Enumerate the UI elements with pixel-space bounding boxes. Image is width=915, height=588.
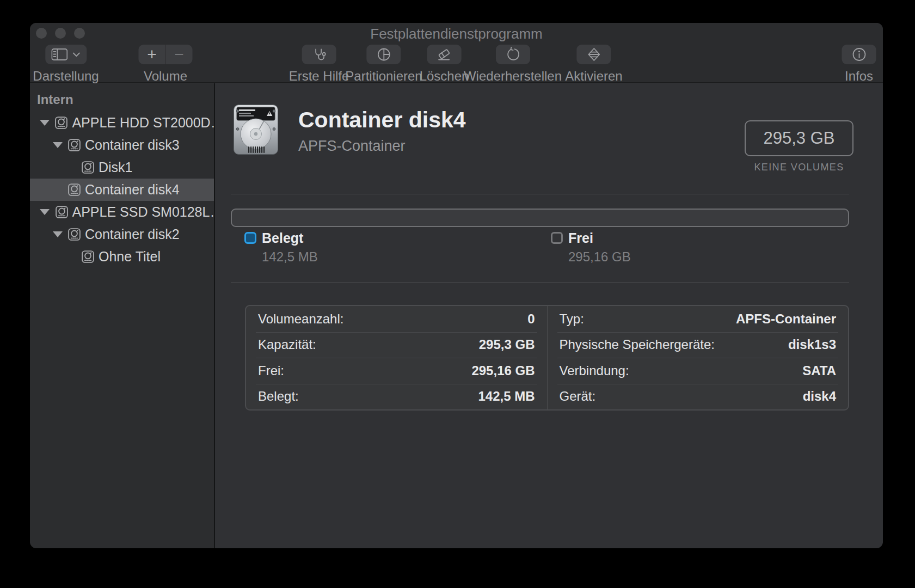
volume-subtitle: APFS-Container	[298, 138, 406, 155]
window-title: Festplattendienstprogramm	[30, 26, 883, 42]
restore-button[interactable]	[496, 45, 530, 64]
sidebar-item-label: Container disk2	[85, 226, 180, 242]
sidebar-item-label: APPLE SSD SM0128L…	[72, 204, 214, 220]
first-aid-label: Erste Hilfe	[289, 69, 349, 84]
disclosure-triangle-icon[interactable]	[52, 142, 64, 148]
sidebar-item-apple-ssd[interactable]: APPLE SSD SM0128L…	[30, 201, 214, 223]
partition-button[interactable]	[366, 45, 401, 64]
disclosure-triangle-icon[interactable]	[39, 120, 51, 126]
mount-button[interactable]	[577, 45, 611, 64]
legend-used-value: 142,5 MB	[262, 249, 318, 265]
row-value: 142,5 MB	[478, 389, 535, 404]
row-label: Verbindung:	[560, 363, 629, 378]
stethoscope-icon	[311, 47, 327, 62]
sidebar-item-label: Ohne Titel	[99, 249, 161, 265]
usage-bar	[231, 209, 849, 227]
disk-icon	[54, 115, 69, 130]
restore-arrow-icon	[505, 47, 520, 62]
legend-free-label: Frei	[568, 230, 593, 246]
volume-title: Container disk4	[298, 107, 466, 133]
eraser-icon	[437, 47, 452, 62]
sidebar: Intern APPLE HDD ST2000D… Container disk…	[30, 83, 215, 548]
row-label: Volumeanzahl:	[258, 311, 343, 327]
info-group: Infos	[842, 45, 876, 84]
mount-group: Aktivieren	[565, 45, 622, 84]
volume-segmented-control: + −	[139, 45, 193, 64]
row-label: Belegt:	[258, 389, 299, 404]
view-label: Darstellung	[33, 69, 99, 84]
disk-icon	[67, 138, 82, 152]
row-value: 295,3 GB	[479, 337, 535, 352]
row-value: disk4	[803, 389, 836, 404]
row-label: Frei:	[258, 363, 284, 378]
table-row: Kapazität: 295,3 GB	[246, 332, 547, 358]
disk-icon	[54, 205, 69, 219]
mount-label: Aktivieren	[565, 69, 622, 84]
main-panel: Container disk4 APFS-Container 295,3 GB …	[216, 83, 883, 548]
disk-icon	[67, 227, 82, 242]
partition-label: Partitionieren	[345, 69, 422, 84]
table-row: Belegt: 142,5 MB	[246, 384, 547, 410]
sidebar-item-label: Container disk4	[85, 182, 180, 198]
first-aid-button[interactable]	[302, 45, 336, 64]
titlebar-toolbar: Festplattendienstprogramm Darstellung + …	[30, 23, 883, 83]
disclosure-triangle-icon[interactable]	[39, 209, 51, 215]
sidebar-item-label: APPLE HDD ST2000D…	[72, 115, 214, 131]
sidebar-item-label: Container disk3	[85, 137, 180, 153]
remove-volume-button[interactable]: −	[166, 45, 193, 64]
table-row: Verbindung: SATA	[548, 358, 849, 384]
table-row: Gerät: disk4	[548, 384, 849, 410]
sidebar-layout-icon	[52, 48, 68, 60]
volume-label: Volume	[144, 69, 187, 84]
separator	[231, 282, 849, 283]
sidebar-item-disk1[interactable]: Disk1	[30, 156, 214, 179]
row-label: Gerät:	[560, 389, 596, 404]
info-label: Infos	[845, 69, 873, 84]
row-value: SATA	[802, 363, 836, 378]
sidebar-item-ohne-titel[interactable]: Ohne Titel	[30, 246, 214, 268]
disk-icon	[67, 182, 82, 197]
details-column-left: Volumeanzahl: 0 Kapazität: 295,3 GB Frei…	[246, 306, 547, 409]
mount-icon	[587, 47, 601, 62]
disclosure-triangle-icon[interactable]	[52, 231, 64, 237]
sidebar-item-apple-hdd[interactable]: APPLE HDD ST2000D…	[30, 112, 214, 134]
info-button[interactable]	[842, 45, 876, 64]
row-value: disk1s3	[788, 337, 836, 352]
separator	[231, 194, 849, 194]
row-value: APFS-Container	[736, 311, 836, 327]
view-group: Darstellung	[33, 45, 99, 84]
restore-label: Wiederherstellen	[464, 69, 562, 84]
disk-icon	[81, 249, 95, 264]
sidebar-item-container-disk3[interactable]: Container disk3	[30, 134, 214, 156]
erase-label: Löschen	[420, 69, 469, 84]
row-label: Physische Speichergeräte:	[560, 337, 715, 352]
erase-group: Löschen	[420, 45, 469, 84]
row-label: Kapazität:	[258, 337, 316, 352]
details-table: Volumeanzahl: 0 Kapazität: 295,3 GB Frei…	[245, 305, 849, 411]
details-column-right: Typ: APFS-Container Physische Speicherge…	[547, 306, 849, 409]
row-label: Typ:	[560, 311, 584, 327]
add-volume-button[interactable]: +	[139, 45, 165, 64]
info-icon	[851, 46, 867, 63]
disk-utility-window: Festplattendienstprogramm Darstellung + …	[30, 23, 883, 548]
legend-used-swatch	[244, 232, 256, 244]
legend-free-value: 295,16 GB	[568, 249, 631, 265]
partition-group: Partitionieren	[345, 45, 422, 84]
sidebar-item-label: Disk1	[99, 160, 133, 175]
row-value: 295,16 GB	[471, 363, 535, 378]
view-button[interactable]	[45, 45, 87, 64]
sidebar-section-label: Intern	[37, 92, 214, 107]
table-row: Volumeanzahl: 0	[246, 306, 547, 332]
disk-icon	[81, 160, 95, 175]
volume-group: + − Volume	[139, 45, 193, 84]
legend-free-swatch	[551, 232, 563, 244]
erase-button[interactable]	[427, 45, 462, 64]
restore-group: Wiederherstellen	[464, 45, 562, 84]
table-row: Frei: 295,16 GB	[246, 358, 547, 384]
first-aid-group: Erste Hilfe	[289, 45, 349, 84]
size-caption: KEINE VOLUMES	[745, 162, 853, 173]
row-value: 0	[527, 311, 535, 327]
pie-chart-icon	[376, 47, 391, 62]
sidebar-item-container-disk2[interactable]: Container disk2	[30, 223, 214, 246]
sidebar-item-container-disk4[interactable]: Container disk4	[30, 179, 214, 201]
